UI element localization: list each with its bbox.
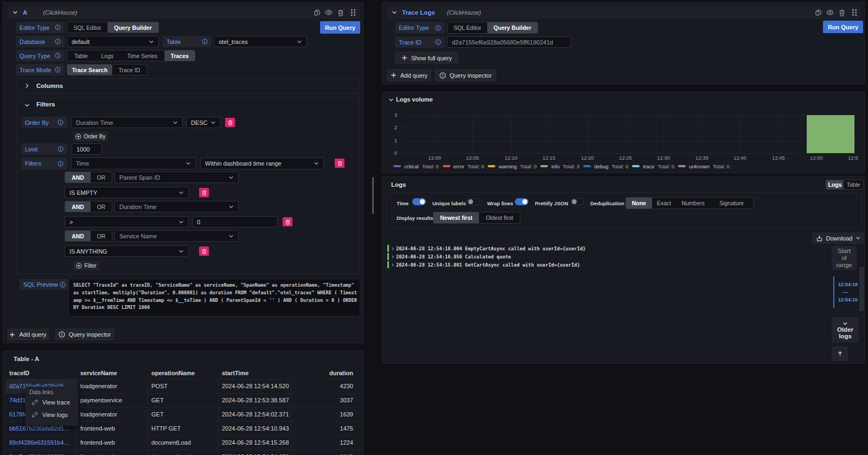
order-by-direction-select[interactable]: DESC <box>186 117 221 128</box>
column-header-servicename[interactable]: serviceName <box>76 368 148 379</box>
info-icon[interactable] <box>58 161 63 167</box>
time-toggle[interactable] <box>412 198 426 205</box>
filter-value-input[interactable]: 0 <box>192 216 278 228</box>
legend-label[interactable]: critical <box>404 163 419 169</box>
conjunction-or[interactable]: OR <box>91 231 112 241</box>
remove-query-trash-icon[interactable] <box>337 9 344 16</box>
prettify-json-toggle[interactable] <box>570 198 584 205</box>
filter-operator-select[interactable]: IS ANYTHING <box>65 245 189 257</box>
query-inspector-button[interactable]: Query inspector <box>435 69 496 81</box>
info-icon[interactable] <box>55 53 61 59</box>
conjunction-and[interactable]: AND <box>65 231 91 241</box>
trace-id-input[interactable]: d2a7155ef6a928a05680e5ff6190241d <box>447 36 571 48</box>
log-row[interactable]: 2024-06-28 12:54:15.081 GetCartAsync cal… <box>387 261 810 268</box>
download-button[interactable]: Download <box>812 232 864 244</box>
info-icon[interactable] <box>55 39 61 45</box>
order-option-newest[interactable]: Newest first <box>433 212 479 223</box>
info-icon[interactable] <box>60 282 66 288</box>
query-row-header-trace-logs[interactable]: Trace Logs (ClickHouse) <box>387 6 861 19</box>
remove-query-trash-icon[interactable] <box>839 9 845 16</box>
info-icon[interactable] <box>58 119 63 125</box>
query-ref-name[interactable]: A <box>23 9 27 16</box>
filter-value-select[interactable]: Within dashboard time range <box>200 157 324 169</box>
query-row-header-a[interactable]: A (ClickHouse) <box>8 6 360 19</box>
legend-label[interactable]: trace <box>643 163 654 169</box>
conjunction-or[interactable]: OR <box>91 201 112 212</box>
trace-mode-option-search[interactable]: Trace Search <box>67 65 112 75</box>
column-header-starttime[interactable]: startTime <box>218 368 290 379</box>
view-toggle-logs[interactable]: Logs <box>826 180 844 189</box>
dedup-option-signature[interactable]: Signature <box>710 198 753 208</box>
filter-operator-select[interactable]: IS EMPTY <box>65 187 189 198</box>
table-select[interactable]: otel_traces <box>214 36 307 47</box>
remove-filter-button[interactable] <box>335 159 344 168</box>
editor-type-option-builder[interactable]: Query Builder <box>487 22 538 33</box>
legend-label[interactable]: warning <box>499 163 516 169</box>
order-option-oldest[interactable]: Oldest first <box>479 212 520 223</box>
log-row[interactable]: 2024-06-28 12:54:18.004 EmptyCartAsync c… <box>387 245 810 252</box>
query-type-option-logs[interactable]: Logs <box>95 50 120 61</box>
trace-mode-option-id[interactable]: Trace ID <box>112 65 146 75</box>
filter-field-select[interactable]: Duration Time <box>114 201 239 212</box>
view-trace-menu-item[interactable]: View trace <box>25 396 78 408</box>
dedup-option-numbers[interactable]: Numbers <box>676 198 710 208</box>
query-ref-name[interactable]: Trace Logs <box>402 9 435 16</box>
query-type-option-timeseries[interactable]: Time Series <box>120 50 164 61</box>
database-select[interactable]: default <box>67 36 159 47</box>
hide-response-eye-icon[interactable] <box>325 9 333 16</box>
column-header-operationname[interactable]: operationName <box>148 368 218 379</box>
conjunction-and[interactable]: AND <box>65 201 91 212</box>
conjunction-and[interactable]: AND <box>65 172 91 182</box>
remove-filter-button[interactable] <box>283 217 292 226</box>
scroll-to-top-button[interactable] <box>832 346 848 361</box>
info-icon[interactable] <box>435 39 441 45</box>
wrap-lines-toggle[interactable] <box>515 198 528 205</box>
trace-link[interactable]: 89cf4286e631591b4a5b6c7d8e9f0a1b <box>5 436 75 450</box>
conjunction-or[interactable]: OR <box>91 172 112 182</box>
unique-labels-toggle[interactable] <box>467 198 480 205</box>
filter-field-select[interactable]: Time <box>71 157 196 169</box>
info-icon[interactable] <box>58 146 63 152</box>
trace-link[interactable]: 8aa7acf8494429823b4c5d6e7f801921 <box>5 450 75 455</box>
add-query-button[interactable]: Add query <box>7 328 49 340</box>
add-filter-button[interactable]: Filter <box>73 261 99 270</box>
drag-handle-grip-icon[interactable] <box>852 9 857 16</box>
remove-filter-button[interactable] <box>199 247 209 256</box>
legend-label[interactable]: info <box>551 163 559 169</box>
add-query-button[interactable]: Add query <box>387 69 431 81</box>
info-icon[interactable] <box>202 39 208 45</box>
remove-order-by-button[interactable] <box>225 118 235 127</box>
show-full-query-button[interactable]: Show full query <box>395 52 458 64</box>
view-logs-menu-item[interactable]: View logs <box>25 409 78 421</box>
view-toggle-table[interactable]: Table <box>844 180 863 189</box>
legend-label[interactable]: unknown <box>689 163 710 169</box>
order-by-field-select[interactable]: Duration Time <box>71 117 183 128</box>
chevron-down-icon[interactable] <box>24 103 30 108</box>
editor-type-option-sql[interactable]: SQL Editor <box>67 22 107 33</box>
editor-type-option-builder[interactable]: Query Builder <box>107 22 158 33</box>
query-type-option-traces[interactable]: Traces <box>164 50 195 61</box>
legend-label[interactable]: debug <box>594 163 608 169</box>
info-icon[interactable] <box>435 25 441 31</box>
scrollbar-thumb[interactable] <box>372 177 374 214</box>
columns-section[interactable]: Columns <box>17 78 360 93</box>
query-inspector-button[interactable]: Query inspector <box>55 328 114 340</box>
drag-handle-grip-icon[interactable] <box>350 9 356 16</box>
duplicate-query-icon[interactable] <box>314 9 321 16</box>
logs-scrollbar-thumb[interactable] <box>859 267 864 311</box>
older-logs-button[interactable]: Older logs <box>832 317 859 343</box>
editor-type-option-sql[interactable]: SQL Editor <box>448 22 487 33</box>
remove-filter-button[interactable] <box>199 188 209 197</box>
hide-response-eye-icon[interactable] <box>826 9 834 16</box>
log-row[interactable]: 2024-06-28 12:54:16.956 Calculated quote <box>387 253 810 260</box>
filter-field-select[interactable]: Service Name <box>114 230 239 242</box>
info-icon[interactable] <box>55 67 61 73</box>
limit-input[interactable]: 1000 <box>72 143 102 155</box>
column-header-traceid[interactable]: traceID <box>5 368 76 379</box>
run-query-button[interactable]: Run Query <box>320 21 360 34</box>
dedup-option-none[interactable]: None <box>626 198 652 208</box>
dedup-option-exact[interactable]: Exact <box>652 198 676 208</box>
duplicate-query-icon[interactable] <box>815 9 822 16</box>
run-query-button[interactable]: Run Query <box>823 21 863 33</box>
filter-field-select[interactable]: Parent Span ID <box>114 172 239 183</box>
